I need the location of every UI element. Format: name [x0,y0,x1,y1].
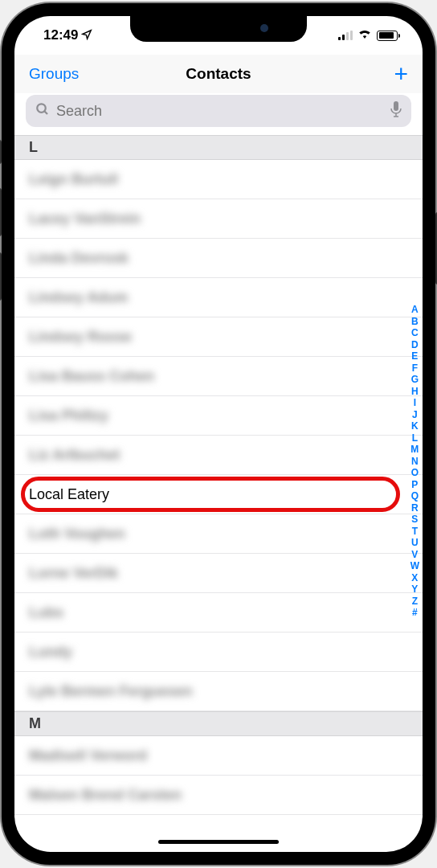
notch [130,16,307,42]
contact-name: Lindsey Roose [29,329,132,346]
svg-point-0 [37,104,46,113]
index-letter[interactable]: Z [410,596,419,608]
index-letter[interactable]: S [410,514,419,526]
index-letter[interactable]: Y [410,583,419,596]
index-letter[interactable]: V [410,549,419,561]
index-letter[interactable]: O [410,467,419,479]
phone-frame: 12:49 Groups Conta [2,3,435,865]
alphabet-index[interactable]: ABCDEFGHIJKLMNOPQRSTUVWXYZ# [410,304,419,619]
contact-name: Lundy [29,644,72,661]
home-indicator[interactable] [158,840,279,844]
index-letter[interactable]: A [410,304,419,316]
svg-rect-2 [394,101,398,111]
cellular-signal-icon [338,31,353,40]
index-letter[interactable]: K [410,420,419,432]
index-letter[interactable]: I [410,397,419,409]
contact-name: Liz Arlbuchet [29,447,120,464]
silent-switch [0,140,2,164]
status-time: 12:49 [43,27,78,43]
contact-row[interactable]: Loth Voughen [14,514,423,554]
location-icon [81,29,92,43]
screen: 12:49 Groups Conta [14,16,423,852]
contact-row[interactable]: Liz Arlbuchet [14,436,423,475]
index-letter[interactable]: H [410,386,419,398]
contact-row-highlighted[interactable]: Local Eatery [14,475,423,514]
contact-name: Leign Burtull [29,171,118,188]
section-header: M [14,711,423,736]
index-letter[interactable]: # [410,607,419,619]
index-letter[interactable]: C [410,327,419,339]
contact-name: Local Eatery [29,486,109,503]
contact-row[interactable]: Lundy [14,633,423,672]
index-letter[interactable]: P [410,479,419,491]
index-letter[interactable]: W [410,560,419,572]
section-header: L [14,135,423,160]
index-letter[interactable]: L [410,432,419,444]
index-letter[interactable]: X [410,572,419,584]
contact-name: Madisell Verword [29,747,147,764]
index-letter[interactable]: N [410,456,419,468]
svg-line-1 [44,111,47,114]
volume-down-button [0,252,2,301]
contact-name: Malsen Brend Carsten [29,787,182,804]
contact-name: Linda Devrosk [29,250,129,267]
contact-name: Lubs [29,604,63,621]
volume-up-button [0,188,2,236]
contact-row[interactable]: Lacey VanStrein [14,199,423,239]
index-letter[interactable]: Q [410,490,419,502]
index-letter[interactable]: D [410,339,419,351]
contact-row[interactable]: Lubs [14,593,423,633]
nav-bar: Groups Contacts + [14,55,423,93]
contact-name: Lyle Bermen Ferguesen [29,683,192,700]
contact-row[interactable]: Malsen Brend Carsten [14,776,423,815]
battery-icon [377,31,400,41]
index-letter[interactable]: T [410,526,419,538]
contact-row[interactable]: Linda Devrosk [14,239,423,278]
index-letter[interactable]: F [410,362,419,375]
index-letter[interactable]: R [410,502,419,514]
contact-row[interactable]: Madisell Verword [14,736,423,776]
contact-name: Lisa Philtzy [29,407,108,424]
contact-row[interactable]: Lisa Philtzy [14,396,423,436]
index-letter[interactable]: B [410,316,419,328]
search-input[interactable] [56,103,384,120]
search-bar[interactable] [26,95,411,127]
add-contact-button[interactable]: + [394,62,408,86]
contact-row[interactable]: Lindsey Roose [14,317,423,357]
contact-row[interactable]: Leign Burtull [14,160,423,199]
index-letter[interactable]: M [410,444,419,456]
contact-row[interactable]: Lorne VerDik [14,554,423,593]
microphone-icon[interactable] [390,101,402,121]
wifi-icon [357,27,372,43]
index-letter[interactable]: U [410,537,419,549]
index-letter[interactable]: E [410,350,419,362]
contact-name: Loth Voughen [29,526,125,542]
contact-name: Lisa Bauss Cohen [29,368,154,385]
contact-row[interactable]: Lisa Bauss Cohen [14,357,423,396]
contact-list[interactable]: LLeign BurtullLacey VanStreinLinda Devro… [14,135,423,815]
contact-name: Lacey VanStrein [29,211,141,227]
groups-button[interactable]: Groups [29,65,79,83]
contact-name: Lorne VerDik [29,565,118,582]
contact-row[interactable]: Lyle Bermen Ferguesen [14,672,423,711]
search-icon [35,102,50,120]
contact-row[interactable]: Lindsey Adum [14,278,423,317]
contact-name: Lindsey Adum [29,289,128,306]
index-letter[interactable]: J [410,409,419,421]
index-letter[interactable]: G [410,374,419,386]
